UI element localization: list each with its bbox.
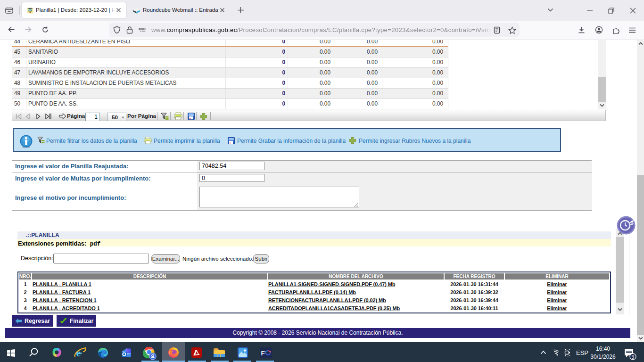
svg-text:F: F <box>261 350 265 357</box>
svg-text:9: 9 <box>632 354 635 360</box>
